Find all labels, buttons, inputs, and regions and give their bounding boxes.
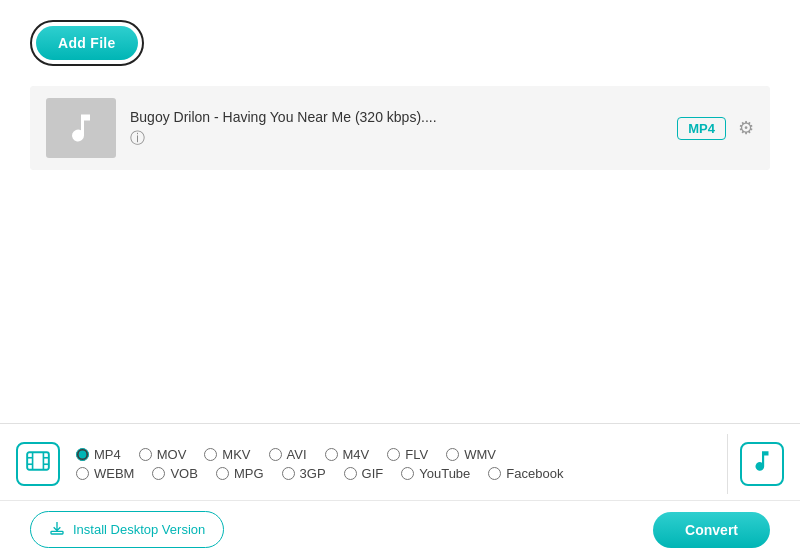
format-option-youtube[interactable]: YouTube bbox=[401, 466, 470, 481]
format-option-facebook[interactable]: Facebook bbox=[488, 466, 563, 481]
top-area: Add File bbox=[0, 0, 800, 76]
install-desktop-button[interactable]: Install Desktop Version bbox=[30, 511, 224, 548]
format-option-avi[interactable]: AVI bbox=[269, 447, 307, 462]
format-row1: MP4 MOV MKV AVI M4V FLV WM bbox=[76, 447, 715, 462]
convert-button[interactable]: Convert bbox=[653, 512, 770, 548]
format-option-3gp[interactable]: 3GP bbox=[282, 466, 326, 481]
format-divider bbox=[727, 434, 729, 494]
add-file-button[interactable]: Add File bbox=[36, 26, 138, 60]
format-row2: WEBM VOB MPG 3GP GIF YouTube bbox=[76, 466, 715, 481]
format-option-mkv[interactable]: MKV bbox=[204, 447, 250, 462]
music-note-icon bbox=[749, 448, 775, 480]
format-option-mp4[interactable]: MP4 bbox=[76, 447, 121, 462]
film-icon bbox=[25, 448, 51, 480]
gear-icon[interactable]: ⚙ bbox=[738, 117, 754, 139]
format-option-gif[interactable]: GIF bbox=[344, 466, 384, 481]
format-option-m4v[interactable]: M4V bbox=[325, 447, 370, 462]
format-option-mpg[interactable]: MPG bbox=[216, 466, 264, 481]
format-badge: MP4 bbox=[677, 117, 726, 140]
bottom-bar: MP4 MOV MKV AVI M4V FLV WM bbox=[0, 423, 800, 560]
svg-rect-0 bbox=[27, 452, 49, 469]
middle-area bbox=[0, 180, 800, 390]
file-item: Bugoy Drilon - Having You Near Me (320 k… bbox=[30, 86, 770, 170]
format-option-webm[interactable]: WEBM bbox=[76, 466, 134, 481]
svg-rect-7 bbox=[51, 531, 63, 534]
music-note-icon-wrap[interactable] bbox=[740, 442, 784, 486]
format-option-mov[interactable]: MOV bbox=[139, 447, 187, 462]
file-thumbnail bbox=[46, 98, 116, 158]
film-icon-wrap[interactable] bbox=[16, 442, 60, 486]
format-row: MP4 MOV MKV AVI M4V FLV WM bbox=[0, 424, 800, 500]
add-file-wrapper: Add File bbox=[30, 20, 144, 66]
format-option-wmv[interactable]: WMV bbox=[446, 447, 496, 462]
format-option-flv[interactable]: FLV bbox=[387, 447, 428, 462]
file-list: Bugoy Drilon - Having You Near Me (320 k… bbox=[30, 86, 770, 170]
file-actions: MP4 ⚙ bbox=[677, 117, 754, 140]
install-label: Install Desktop Version bbox=[73, 522, 205, 537]
file-name: Bugoy Drilon - Having You Near Me (320 k… bbox=[130, 109, 663, 125]
footer-row: Install Desktop Version Convert bbox=[0, 500, 800, 560]
music-icon bbox=[63, 110, 99, 146]
file-info: Bugoy Drilon - Having You Near Me (320 k… bbox=[130, 109, 663, 148]
format-option-vob[interactable]: VOB bbox=[152, 466, 197, 481]
download-icon bbox=[49, 520, 65, 539]
format-options: MP4 MOV MKV AVI M4V FLV WM bbox=[76, 447, 715, 481]
info-icon[interactable]: ⓘ bbox=[130, 129, 663, 148]
